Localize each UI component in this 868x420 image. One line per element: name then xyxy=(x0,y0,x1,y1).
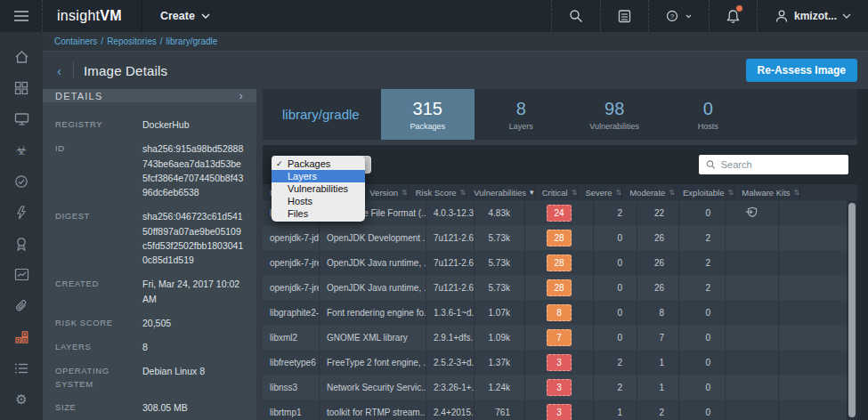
search-icon xyxy=(706,159,716,170)
vulnerability-count-badge: 3 xyxy=(547,404,572,420)
details-field-label: SIZE xyxy=(55,400,142,415)
cell-severe: 7 xyxy=(637,325,679,350)
table-row[interactable]: openjdk-7-jdk OpenJDK Development ... 7u… xyxy=(263,225,857,250)
administration-gear-icon[interactable]: ⚙ xyxy=(0,384,43,415)
shared-paperclip-icon[interactable] xyxy=(0,290,43,321)
table-column-header[interactable]: Vulnerabilities ▾ xyxy=(466,184,534,200)
cell-exploitable xyxy=(726,375,779,400)
summary-tab[interactable]: 315 Packages xyxy=(381,89,475,140)
table-row[interactable]: libfreetype6 FreeType 2 font engine, ...… xyxy=(263,350,857,375)
help-icon[interactable]: ? xyxy=(648,0,709,32)
chevron-down-icon xyxy=(685,14,692,19)
menu-icon[interactable] xyxy=(0,0,43,32)
cell-version: 2.4+2015.. xyxy=(426,400,475,420)
summary-tab[interactable]: 98 Vulnerabilities xyxy=(568,89,661,140)
details-field: RISK SCORE 20,505 xyxy=(55,316,244,330)
details-field-label: LAYERS xyxy=(55,340,142,354)
details-field-value: sha256:046723c61d54150ff897a07ae9be05109… xyxy=(142,209,244,267)
details-field: ID sha256:915a98bd52888743be6aea7da13d53… xyxy=(55,141,244,199)
table-row[interactable]: libnss3 Network Security Servic... 2:3.2… xyxy=(263,375,857,400)
details-panel-header[interactable]: DETAILS › xyxy=(43,89,256,102)
cell-malware-kits xyxy=(779,275,857,300)
management-list-icon[interactable] xyxy=(0,352,43,384)
attacks-lightning-icon[interactable] xyxy=(0,197,43,228)
create-button[interactable]: Create xyxy=(142,0,223,32)
topbar-actions: ? kmizot... xyxy=(551,0,868,32)
view-select-option[interactable]: ✓ Vulnerabilities xyxy=(272,182,365,195)
view-select-option[interactable]: ✓ Files xyxy=(272,207,365,220)
home-icon[interactable] xyxy=(0,41,43,72)
breadcrumb-link[interactable]: Repositories/ xyxy=(107,36,166,46)
packages-table-panel: Packages ▲▼ Name ⇅ xyxy=(263,145,857,420)
user-menu[interactable]: kmizot... xyxy=(757,0,868,32)
cell-version: 2.5.2-3+d.. xyxy=(426,350,475,375)
cell-vulnerabilities: 3 xyxy=(525,400,594,420)
view-select-option[interactable]: ✓ Hosts xyxy=(272,195,365,207)
cell-malware-kits xyxy=(779,300,857,325)
cell-moderate: 0 xyxy=(679,300,726,325)
cell-description: Network Security Servic... xyxy=(320,375,426,400)
table-row[interactable]: openjdk-7-jre-.. OpenJDK Java runtime, .… xyxy=(263,275,857,300)
user-label: kmizot... xyxy=(794,10,837,22)
cell-moderate: 0 xyxy=(679,400,726,420)
table-column-header[interactable]: Critical ⇅ xyxy=(535,184,579,200)
reports-chart-icon[interactable] xyxy=(0,259,43,290)
reassess-image-button[interactable]: Re-Assess Image xyxy=(746,59,857,82)
apps-grid-icon[interactable] xyxy=(0,72,43,103)
cell-name: libfreetype6 xyxy=(263,350,320,375)
table-column-header[interactable]: Risk Score ⇅ xyxy=(409,184,467,200)
search-input[interactable] xyxy=(721,159,841,170)
cell-risk-score: 5.73k xyxy=(475,275,525,300)
cell-vulnerabilities: 7 xyxy=(525,325,594,350)
sort-icon: ⇅ xyxy=(615,189,621,197)
policies-check-icon[interactable] xyxy=(0,166,43,197)
containers-icon[interactable] xyxy=(0,321,43,352)
details-field: CREATED Fri, Mar 24, 2017 10:02 AM xyxy=(55,277,244,306)
table-column-header[interactable]: Moderate ⇅ xyxy=(622,184,676,200)
table-column-header[interactable]: Severe ⇅ xyxy=(578,184,622,200)
cell-moderate: 0 xyxy=(679,325,726,350)
svg-text:?: ? xyxy=(670,12,675,20)
table-row[interactable]: librtmp1 toolkit for RTMP stream... 2.4+… xyxy=(263,400,857,420)
table-row[interactable]: libxml2 GNOME XML library 2.9.1+dfs.. 1.… xyxy=(263,325,857,350)
cell-description: OpenJDK Development ... xyxy=(320,225,426,250)
cell-severe: 22 xyxy=(637,200,679,225)
table-column-header[interactable]: Version ⇅ xyxy=(362,184,408,200)
calendar-icon[interactable] xyxy=(600,0,648,32)
breadcrumb-link[interactable]: library/gradle/ xyxy=(166,36,218,46)
assets-monitor-icon[interactable] xyxy=(0,103,43,134)
cell-critical: 0 xyxy=(594,225,637,250)
cell-vulnerabilities: 28 xyxy=(525,275,594,300)
cell-name: openjdk-7-jdk xyxy=(263,225,320,250)
cell-name: librtmp1 xyxy=(263,400,320,420)
goals-ribbon-icon[interactable] xyxy=(0,228,43,259)
sort-icon: ⇅ xyxy=(572,189,578,197)
cell-malware-kits xyxy=(779,225,857,250)
summary-tab[interactable]: 0 Hosts xyxy=(661,89,755,140)
details-panel: DETAILS › REGISTRY DockerHub ID sha256:9… xyxy=(43,89,256,420)
cell-exploitable xyxy=(726,225,779,250)
view-select-option[interactable]: ✓ Packages xyxy=(272,158,365,170)
vulnerability-count-badge: 3 xyxy=(547,354,572,371)
vulnerabilities-biohazard-icon[interactable]: ☣ xyxy=(0,134,43,166)
details-field-label: DIGEST xyxy=(55,209,142,267)
view-select-option[interactable]: ✓ Layers xyxy=(272,170,365,182)
details-field-value: sha256:915a98bd52888743be6aea7da13d53be5… xyxy=(142,141,244,199)
sort-icon: ⇅ xyxy=(728,189,734,197)
divider xyxy=(73,62,74,78)
table-row[interactable]: libgraphite2-3 Font rendering engine fo.… xyxy=(263,300,857,325)
breadcrumb-link[interactable]: Containers/ xyxy=(54,36,107,46)
table-column-header[interactable]: Exploitable ⇅ xyxy=(676,184,734,200)
details-field: DIGEST sha256:046723c61d54150ff897a07ae9… xyxy=(55,209,244,267)
table-scrollbar xyxy=(847,200,857,420)
summary-tab[interactable]: 8 Layers xyxy=(475,89,568,140)
search-icon[interactable] xyxy=(551,0,600,32)
bell-icon xyxy=(726,9,740,24)
table-column-header[interactable]: Malware Kits ⇅ xyxy=(734,184,800,200)
table-row[interactable]: openjdk-7-jre OpenJDK Java runtime, ... … xyxy=(263,250,857,275)
vulnerability-count-badge: 28 xyxy=(547,230,572,246)
scrollbar-thumb[interactable] xyxy=(848,203,856,417)
back-button[interactable]: ‹ xyxy=(53,63,65,78)
cell-name: openjdk-7-jre xyxy=(263,250,320,275)
notifications-button[interactable] xyxy=(709,0,757,32)
